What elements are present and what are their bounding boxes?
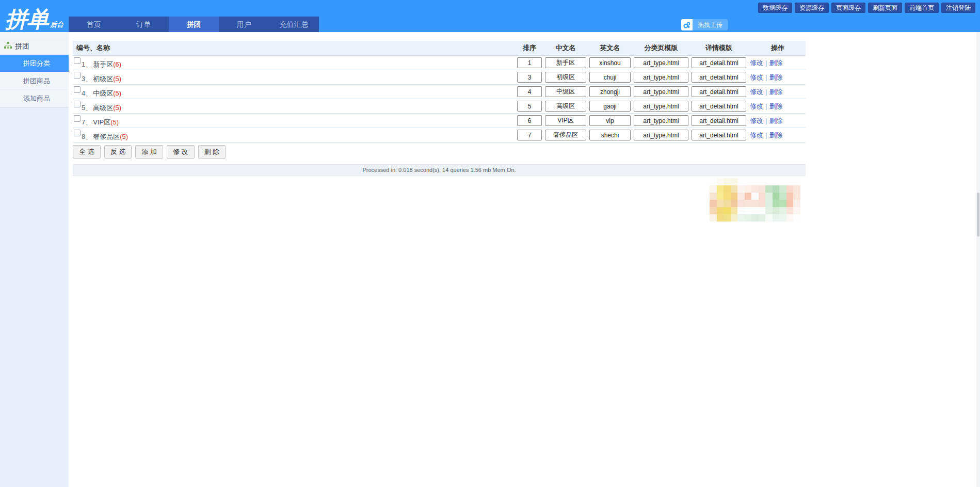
app-logo: 拼单 后台: [5, 8, 63, 30]
category-template-input[interactable]: [634, 72, 688, 83]
tab-users[interactable]: 用户: [219, 17, 269, 32]
row-name-cell: 5、高级区(5): [73, 99, 516, 113]
delete-link[interactable]: 删除: [769, 131, 782, 140]
col-header-detail-template: 详情模版: [690, 43, 748, 53]
row-checkbox[interactable]: [74, 130, 81, 136]
row-item-count: (5): [113, 104, 121, 112]
cn-name-input[interactable]: [545, 86, 586, 97]
modify-button[interactable]: 修 改: [167, 145, 195, 159]
detail-template-input[interactable]: [692, 57, 746, 68]
sort-input[interactable]: [517, 86, 542, 97]
row-checkbox[interactable]: [74, 57, 81, 64]
top-header: 拼单 后台 数据缓存 资源缓存 页面缓存 刷新页面 前端首页 注销登陆 首页 订…: [0, 0, 980, 32]
category-template-input[interactable]: [634, 57, 688, 68]
col-header-category-template: 分类页模版: [632, 43, 690, 53]
cn-name-input[interactable]: [545, 57, 586, 68]
sidebar-item-group-category[interactable]: 拼团分类: [0, 55, 69, 72]
sort-input[interactable]: [517, 130, 542, 140]
page-cache-button[interactable]: 页面缓存: [831, 3, 865, 13]
category-template-input[interactable]: [634, 86, 688, 97]
sidebar-item-group-products[interactable]: 拼团商品: [0, 72, 69, 90]
drag-upload-button[interactable]: 拖拽上传: [693, 19, 728, 30]
cn-name-input[interactable]: [545, 72, 586, 83]
refresh-page-button[interactable]: 刷新页面: [868, 3, 902, 13]
delete-button[interactable]: 删 除: [198, 145, 226, 159]
tab-home[interactable]: 首页: [69, 17, 119, 32]
category-template-input[interactable]: [634, 101, 688, 112]
detail-template-input[interactable]: [692, 115, 746, 126]
edit-link[interactable]: 修改: [750, 58, 763, 68]
data-cache-button[interactable]: 数据缓存: [758, 3, 792, 13]
en-name-input[interactable]: [589, 72, 631, 83]
tab-group[interactable]: 拼团: [169, 17, 219, 32]
row-label: 1、新手区(6): [82, 60, 121, 69]
edit-link[interactable]: 修改: [750, 73, 763, 82]
row-item-count: (5): [113, 89, 121, 97]
detail-template-input[interactable]: [692, 86, 746, 97]
en-name-input[interactable]: [589, 115, 631, 126]
operation-separator: |: [765, 117, 767, 124]
detail-template-input[interactable]: [692, 101, 746, 112]
row-checkbox[interactable]: [74, 86, 81, 93]
en-name-input[interactable]: [589, 86, 631, 97]
cloud-upload-icon: [681, 19, 693, 30]
edit-link[interactable]: 修改: [750, 87, 763, 97]
col-header-name: 编号、名称: [73, 43, 516, 53]
invert-selection-button[interactable]: 反 选: [104, 145, 132, 159]
delete-link[interactable]: 删除: [769, 73, 782, 82]
delete-link[interactable]: 删除: [769, 58, 782, 68]
add-button[interactable]: 添 加: [135, 145, 163, 159]
scrollbar-thumb[interactable]: [977, 193, 979, 237]
sort-input[interactable]: [517, 72, 542, 83]
detail-template-input[interactable]: [692, 130, 746, 140]
row-item-count: (5): [113, 75, 121, 83]
edit-link[interactable]: 修改: [750, 116, 763, 125]
select-all-button[interactable]: 全 选: [73, 145, 101, 159]
row-number: 7、: [82, 118, 92, 126]
delete-link[interactable]: 删除: [769, 116, 782, 125]
en-name-input[interactable]: [589, 57, 631, 68]
table-row: 1、新手区(6) 修改 | 删除: [73, 56, 806, 70]
row-label: 4、中级区(5): [82, 89, 121, 98]
delete-link[interactable]: 删除: [769, 87, 782, 97]
detail-template-input[interactable]: [692, 72, 746, 83]
row-category-name: VIP区: [93, 118, 110, 126]
category-template-input[interactable]: [634, 115, 688, 126]
edit-link[interactable]: 修改: [750, 102, 763, 111]
sidebar-top-gap: [0, 32, 69, 39]
row-name-cell: 4、中级区(5): [73, 85, 516, 99]
cn-name-input[interactable]: [545, 130, 586, 140]
sort-input[interactable]: [517, 115, 542, 126]
row-operations: 修改 | 删除: [748, 131, 806, 140]
admin-page: 拼单 后台 数据缓存 资源缓存 页面缓存 刷新页面 前端首页 注销登陆 首页 订…: [0, 0, 980, 487]
row-label: 7、VIP区(5): [82, 118, 119, 127]
col-header-operations: 操作: [748, 41, 806, 55]
en-name-input[interactable]: [589, 101, 631, 112]
sort-input[interactable]: [517, 101, 542, 112]
logout-button[interactable]: 注销登陆: [941, 3, 975, 13]
row-checkbox[interactable]: [74, 101, 81, 107]
sort-input[interactable]: [517, 57, 542, 68]
logo-sub-text: 后台: [50, 20, 63, 29]
tab-orders[interactable]: 订单: [119, 17, 169, 32]
row-number: 1、: [82, 60, 92, 68]
sidebar-item-add-product[interactable]: 添加商品: [0, 90, 69, 107]
row-item-count: (5): [120, 133, 128, 140]
frontend-home-button[interactable]: 前端首页: [905, 3, 939, 13]
row-category-name: 新手区: [93, 60, 113, 68]
resource-cache-button[interactable]: 资源缓存: [795, 3, 829, 13]
delete-link[interactable]: 删除: [769, 102, 782, 111]
edit-link[interactable]: 修改: [750, 131, 763, 140]
tab-recharge-summary[interactable]: 充值汇总: [269, 17, 319, 32]
category-template-input[interactable]: [634, 130, 688, 140]
row-name-cell: 1、新手区(6): [73, 56, 516, 70]
cn-name-input[interactable]: [545, 101, 586, 112]
operation-separator: |: [765, 88, 767, 96]
row-checkbox[interactable]: [74, 72, 81, 78]
row-name-cell: 8、奢侈品区(5): [73, 128, 516, 142]
cn-name-input[interactable]: [545, 115, 586, 126]
row-checkbox[interactable]: [74, 115, 81, 122]
sidebar-group-pintuan[interactable]: 拼团: [0, 39, 69, 55]
en-name-input[interactable]: [589, 130, 631, 140]
sidebar-filler: [0, 107, 69, 487]
